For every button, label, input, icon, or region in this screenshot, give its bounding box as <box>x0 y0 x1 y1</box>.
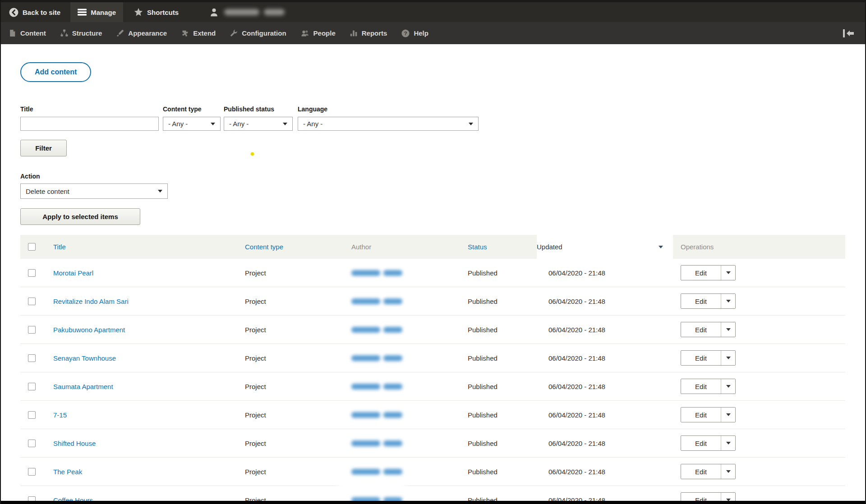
tray-item-people[interactable]: People <box>294 22 343 44</box>
action-label: Action <box>20 173 866 180</box>
user-icon <box>209 8 219 17</box>
row-content-type: Project <box>245 354 266 362</box>
table-body: Morotai Pearl Project Published 06/04/20… <box>20 259 845 504</box>
manage-tab[interactable]: Manage <box>70 2 123 22</box>
action-select[interactable]: Delete content <box>20 183 168 199</box>
row-updated: 06/04/2020 - 21:48 <box>548 354 605 362</box>
row-content-type: Project <box>245 440 266 447</box>
row-title-link[interactable]: Senayan Townhouse <box>53 354 116 362</box>
language-filter-group: Language - Any - <box>298 105 479 131</box>
table-header-row: Title Content type Author Status Updated… <box>20 235 845 259</box>
row-author-blurred-link[interactable] <box>351 298 402 304</box>
header-author: Author <box>351 243 371 251</box>
edit-button[interactable]: Edit <box>681 408 721 422</box>
published-status-filter-label: Published status <box>224 105 293 113</box>
content-type-select[interactable]: - Any - <box>163 117 221 131</box>
language-filter-label: Language <box>298 105 479 113</box>
row-checkbox[interactable] <box>28 269 36 277</box>
row-status: Published <box>468 269 497 277</box>
edit-dropdown-toggle[interactable] <box>721 408 735 422</box>
edit-button[interactable]: Edit <box>681 351 721 365</box>
row-content-type: Project <box>245 468 266 476</box>
operations-dropbutton: Edit <box>681 293 736 309</box>
row-title-link[interactable]: Revitalize Indo Alam Sari <box>53 298 129 305</box>
row-checkbox[interactable] <box>28 354 36 362</box>
row-author-blurred-link[interactable] <box>351 355 402 361</box>
chevron-down-icon <box>726 357 731 359</box>
row-title-link[interactable]: 7-15 <box>53 411 67 419</box>
row-author-blurred-link[interactable] <box>351 270 402 276</box>
edit-dropdown-toggle[interactable] <box>721 266 735 280</box>
row-status: Published <box>468 326 497 334</box>
tray-item-help[interactable]: ? Help <box>394 22 436 44</box>
row-author-blurred-link[interactable] <box>351 412 402 418</box>
row-title-link[interactable]: Shifted House <box>53 440 96 447</box>
manage-label: Manage <box>91 9 116 16</box>
row-author-blurred-link[interactable] <box>351 327 402 333</box>
tray-item-structure[interactable]: Structure <box>53 22 110 44</box>
title-filter-group: Title <box>20 105 159 131</box>
edit-button[interactable]: Edit <box>681 294 721 308</box>
row-title-link[interactable]: The Peak <box>53 468 82 476</box>
add-content-button[interactable]: Add content <box>20 62 91 82</box>
language-select[interactable]: - Any - <box>298 117 479 131</box>
edit-button[interactable]: Edit <box>681 266 721 280</box>
tray-item-extend[interactable]: Extend <box>174 22 223 44</box>
row-status: Published <box>468 354 497 362</box>
filter-button[interactable]: Filter <box>20 140 67 156</box>
row-title-link[interactable]: Pakubuwono Apartment <box>53 326 125 334</box>
header-content-type-sort-link[interactable]: Content type <box>245 243 283 251</box>
edit-button[interactable]: Edit <box>681 322 721 337</box>
row-checkbox[interactable] <box>28 298 36 305</box>
row-author-blurred-link[interactable] <box>351 384 402 389</box>
row-title-link[interactable]: Morotai Pearl <box>53 269 93 277</box>
published-status-select[interactable]: - Any - <box>224 117 293 131</box>
wrench-icon <box>230 29 238 37</box>
tray-item-content[interactable]: Content <box>0 22 53 44</box>
edit-dropdown-toggle[interactable] <box>721 464 735 479</box>
row-content-type: Project <box>245 269 266 277</box>
select-all-checkbox[interactable] <box>28 243 36 251</box>
tray-item-appearance[interactable]: Appearance <box>109 22 174 44</box>
edit-dropdown-toggle[interactable] <box>721 351 735 365</box>
row-updated: 06/04/2020 - 21:48 <box>548 269 605 277</box>
title-filter-input[interactable] <box>20 117 159 131</box>
edit-dropdown-toggle[interactable] <box>721 322 735 337</box>
row-checkbox[interactable] <box>28 440 36 447</box>
row-checkbox[interactable] <box>28 411 36 419</box>
user-account-tab[interactable] <box>202 2 292 22</box>
tray-item-configuration[interactable]: Configuration <box>223 22 293 44</box>
row-checkbox[interactable] <box>28 468 36 476</box>
edit-button[interactable]: Edit <box>681 379 721 394</box>
chevron-down-icon <box>726 385 731 388</box>
operations-dropbutton: Edit <box>681 407 736 422</box>
operations-dropbutton: Edit <box>681 435 736 451</box>
edit-dropdown-toggle[interactable] <box>721 294 735 308</box>
header-updated-sort-link[interactable]: Updated <box>537 235 673 259</box>
language-select-value: - Any - <box>303 120 322 128</box>
tray-label-structure: Structure <box>72 29 102 37</box>
row-title-link[interactable]: Saumata Apartment <box>53 383 113 390</box>
row-author-blurred-link[interactable] <box>351 440 402 446</box>
row-author-blurred-link[interactable] <box>351 469 402 475</box>
published-status-select-value: - Any - <box>229 120 249 128</box>
edit-button[interactable]: Edit <box>681 436 721 450</box>
apply-to-selected-items-button[interactable]: Apply to selected items <box>20 208 140 225</box>
back-to-site-button[interactable]: Back to site <box>0 2 68 22</box>
header-status-sort-link[interactable]: Status <box>468 243 487 251</box>
shortcuts-tab[interactable]: Shortcuts <box>127 2 186 22</box>
row-checkbox[interactable] <box>28 383 36 390</box>
tray-label-appearance: Appearance <box>128 29 167 37</box>
edit-button[interactable]: Edit <box>681 464 721 479</box>
row-updated: 06/04/2020 - 21:48 <box>548 468 605 476</box>
tray-item-reports[interactable]: Reports <box>343 22 395 44</box>
edit-dropdown-toggle[interactable] <box>721 379 735 394</box>
row-checkbox[interactable] <box>28 326 36 334</box>
row-content-type: Project <box>245 326 266 334</box>
back-to-site-label: Back to site <box>23 9 60 16</box>
toolbar-collapse-button[interactable] <box>843 22 866 44</box>
edit-dropdown-toggle[interactable] <box>721 436 735 450</box>
header-title-sort-link[interactable]: Title <box>53 243 66 251</box>
row-updated: 06/04/2020 - 21:48 <box>548 440 605 447</box>
header-operations: Operations <box>681 243 714 251</box>
